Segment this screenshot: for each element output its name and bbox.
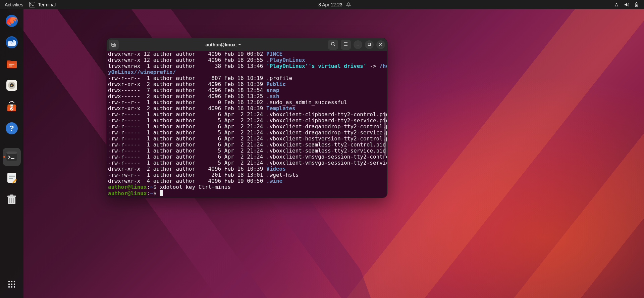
terminal-text: drwx------ 2 author author 4096 Feb 16 1… [108,93,266,99]
svg-point-34 [11,284,13,285]
svg-point-30 [8,281,10,283]
terminal-text: ~ [150,184,153,190]
svg-rect-25 [9,176,15,177]
terminal-line: drwxrwxr-x 12 author author 4096 Feb 18 … [108,57,386,63]
terminal-text: author@linux [108,190,147,197]
svg-rect-11 [9,66,12,67]
svg-text:?: ? [9,124,14,132]
terminal-line: -rw-r----- 1 author author 6 Apr 2 21:24… [108,136,386,142]
hamburger-icon [343,41,348,48]
terminal-icon [29,2,35,7]
terminal-text: Public [266,81,286,87]
terminal-output[interactable]: drwxrwxr-x 12 author author 4096 Feb 19 … [107,51,387,198]
terminal-line: -rw-r----- 1 author author 5 Apr 2 21:24… [108,148,386,154]
svg-point-36 [8,286,10,288]
dock: ? [0,9,23,298]
terminal-text: $ [153,190,160,197]
terminal-text: $ xdotool key Ctrl+minus [153,184,231,190]
power-icon[interactable] [634,2,639,7]
svg-rect-6 [636,4,638,6]
thunderbird-icon [5,35,19,51]
svg-point-33 [8,284,10,285]
terminal-icon [5,149,19,165]
new-tab-button[interactable] [109,40,119,50]
terminal-line: -rw-r----- 1 author author 6 Apr 2 21:24… [108,142,386,148]
terminal-line: -rw-r--r-- 1 author author 807 Feb 16 10… [108,75,386,81]
rhythmbox-icon [5,78,19,94]
terminal-text: : [147,184,150,190]
close-icon [379,42,383,48]
terminal-line: drwxrwxr-x 12 author author 4096 Feb 19 … [108,51,386,57]
terminal-text: PINCE [266,51,282,57]
terminal-line: drwxrwxr-x 4 author author 4096 Feb 19 0… [108,178,386,184]
dock-app-help[interactable]: ? [3,120,21,138]
svg-rect-24 [9,175,15,175]
svg-rect-22 [6,152,17,154]
dock-app-rhythmbox[interactable] [3,77,21,95]
dock-app-texteditor[interactable] [3,169,21,187]
top-bar: Activities Terminal 8 Apr 12:23 [0,0,644,9]
terminal-text: -rw-r----- 1 author author 6 Apr 2 21:24… [108,135,387,142]
terminal-text: -rw-r----- 1 author author 5 Apr 2 21:24… [108,129,387,136]
terminal-text: .PlayOnLinux [266,57,305,63]
minimize-button[interactable] [354,40,362,49]
terminal-text: drwxrwxr-x 4 author author 4096 Feb 19 0… [108,178,266,184]
dock-app-trash[interactable] [3,191,21,209]
text-editor-icon [5,171,19,186]
terminal-text: -rw-r----- 1 author author 5 Apr 2 21:24… [108,117,387,124]
svg-rect-29 [10,195,13,196]
terminal-line: -rw-r----- 1 author author 5 Apr 2 21:24… [108,160,386,166]
grid-icon [7,280,16,290]
network-icon[interactable] [614,2,619,7]
terminal-text: -rw-r----- 1 author author 5 Apr 2 21:24… [108,160,387,166]
terminal-text: snap [266,87,279,93]
svg-rect-5 [636,2,637,3]
close-button[interactable] [376,40,385,49]
notification-bell-icon[interactable] [346,2,351,7]
svg-rect-41 [368,43,371,46]
menu-button[interactable] [341,40,351,50]
terminal-text: 'PlayOnLinux''s virtual drives' [266,63,367,69]
terminal-line: drwxr-xr-x 2 author author 4096 Feb 16 1… [108,166,386,172]
window-titlebar[interactable]: author@linux: ~ [107,38,387,51]
terminal-text: Templates [266,105,296,112]
terminal-text: .ssh [266,93,279,99]
svg-point-31 [11,281,13,283]
terminal-window[interactable]: author@linux: ~ drwxrwxr-x 12 author aut… [106,38,387,198]
terminal-cursor [160,190,163,196]
terminal-line: yOnLinux//wineprefix/ [108,69,386,75]
show-applications-button[interactable] [3,276,21,294]
volume-icon[interactable] [624,2,629,7]
minimize-icon [356,42,360,48]
software-icon [5,100,19,115]
terminal-text: drwxr-xr-x 2 author author 4096 Feb 16 1… [108,166,266,172]
terminal-line: -rw-rw-r-- 1 author author 201 Feb 18 13… [108,172,386,178]
terminal-text: -rw-r----- 1 author author 6 Apr 2 21:24… [108,141,386,148]
terminal-line: lrwxrwxrwx 1 author author 38 Feb 16 13:… [108,63,386,69]
terminal-line: author@linux:~$ [108,190,386,197]
terminal-line: -rw-r----- 1 author author 5 Apr 2 21:24… [108,118,386,124]
app-menu-label: Terminal [38,2,56,7]
dock-app-files[interactable] [3,55,21,74]
dock-app-thunderbird[interactable] [3,34,21,52]
activities-button[interactable]: Activities [5,2,23,7]
trash-icon [5,192,19,208]
terminal-line: -rw-r----- 1 author author 6 Apr 2 21:24… [108,112,386,118]
maximize-button[interactable] [365,40,374,49]
terminal-line: drwxr-xr-x 2 author author 4096 Feb 16 1… [108,105,386,112]
dock-app-software[interactable] [3,98,21,117]
svg-point-15 [11,85,12,86]
window-title: author@linux: ~ [119,42,328,47]
dock-app-terminal[interactable] [3,148,21,166]
search-button[interactable] [328,40,338,50]
terminal-text: drwxr-xr-x 2 author author 4096 Feb 16 1… [108,81,266,87]
terminal-line: drwxr-xr-x 2 author author 4096 Feb 16 1… [108,81,386,87]
app-menu-button[interactable]: Terminal [29,2,56,7]
svg-point-32 [14,281,15,283]
scrollbar-thumb[interactable] [384,113,386,155]
clock-label[interactable]: 8 Apr 12:23 [318,2,342,7]
terminal-line: author@linux:~$ xdotool key Ctrl+minus [108,184,386,190]
svg-point-40 [331,42,334,45]
terminal-text: drwxr-xr-x 2 author author 4096 Feb 16 1… [108,105,266,112]
dock-app-firefox[interactable] [3,12,21,31]
